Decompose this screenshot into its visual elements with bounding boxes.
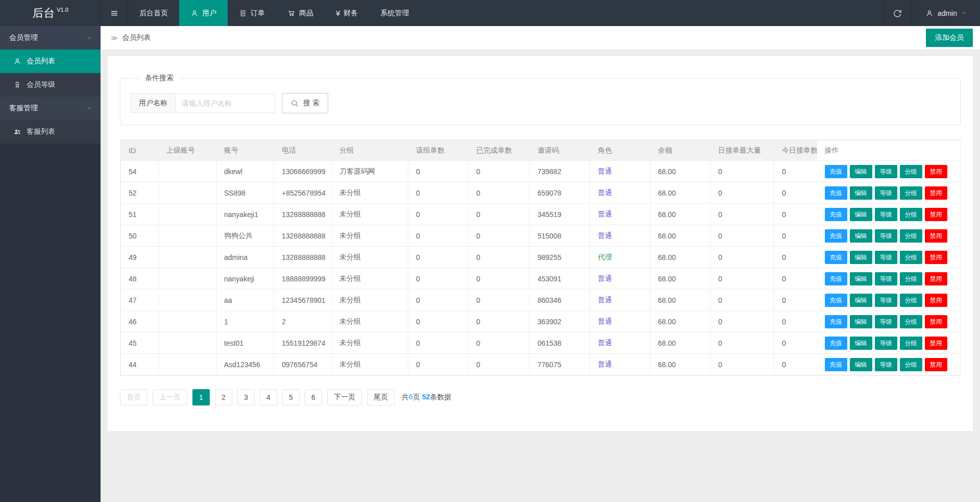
edit-button[interactable]: 编辑: [850, 251, 872, 264]
edit-button[interactable]: 编辑: [850, 337, 872, 350]
recharge-button[interactable]: 充值: [825, 186, 847, 200]
cell-account: 狗狗公共: [216, 225, 274, 247]
edit-button[interactable]: 编辑: [850, 208, 872, 221]
level-button[interactable]: 等级: [875, 272, 897, 285]
top-menu-goods[interactable]: 商品: [276, 0, 325, 26]
cell-balance: 68.00: [650, 204, 710, 225]
table-scroll-container[interactable]: ID上级账号账号电话分组该组单数已完成单数邀请码角色余额日接单最大量今日接单数量…: [120, 139, 961, 376]
sidebar-item-service-list[interactable]: 客服列表: [0, 120, 101, 144]
recharge-button[interactable]: 充值: [825, 229, 847, 243]
refresh-button[interactable]: [883, 0, 912, 26]
group-button[interactable]: 分组: [900, 208, 922, 221]
disable-button[interactable]: 禁用: [925, 251, 947, 264]
page-number-button-6[interactable]: 6: [305, 389, 322, 405]
page-number-button-2[interactable]: 2: [215, 389, 232, 405]
level-button[interactable]: 等级: [875, 294, 897, 307]
disable-button[interactable]: 禁用: [925, 315, 947, 328]
sidebar-item-member-level[interactable]: 会员等级: [0, 73, 101, 97]
cell-balance: 68.00: [650, 311, 710, 332]
edit-button[interactable]: 编辑: [850, 272, 872, 285]
level-button[interactable]: 等级: [875, 208, 897, 221]
top-menu-system[interactable]: 系统管理: [369, 0, 420, 26]
role-link[interactable]: 普通: [598, 360, 612, 368]
cell-role: 普通: [590, 225, 650, 247]
role-link[interactable]: 普通: [598, 188, 612, 197]
recharge-button[interactable]: 充值: [825, 165, 847, 178]
edit-button[interactable]: 编辑: [850, 186, 872, 200]
group-button[interactable]: 分组: [900, 294, 922, 307]
recharge-button[interactable]: 充值: [825, 272, 847, 285]
level-button[interactable]: 等级: [875, 229, 897, 243]
top-menu-orders[interactable]: 订单: [228, 0, 276, 26]
cell-role: 普通: [590, 354, 650, 375]
level-button[interactable]: 等级: [875, 315, 897, 328]
level-button[interactable]: 等级: [875, 186, 897, 200]
level-button[interactable]: 等级: [875, 358, 897, 371]
disable-button[interactable]: 禁用: [925, 272, 947, 285]
recharge-button[interactable]: 充值: [825, 208, 847, 221]
breadcrumb-icon: ≫: [111, 34, 118, 42]
disable-button[interactable]: 禁用: [925, 358, 947, 371]
user-menu[interactable]: admin: [912, 0, 980, 26]
role-link[interactable]: 普通: [598, 274, 612, 282]
disable-button[interactable]: 禁用: [925, 337, 947, 350]
edit-button[interactable]: 编辑: [850, 229, 872, 243]
sidebar-item-member-list[interactable]: 会员列表: [0, 50, 101, 73]
top-menu-users[interactable]: 用户: [179, 0, 228, 26]
role-link[interactable]: 普通: [598, 231, 612, 240]
cell-daily_max: 0: [710, 225, 774, 247]
page-number-button-3[interactable]: 3: [237, 389, 255, 405]
group-button[interactable]: 分组: [900, 251, 922, 264]
top-menu: 后台首页用户订单商品¥财务系统管理: [128, 0, 420, 26]
search-button[interactable]: 搜 索: [282, 93, 328, 113]
cell-phone: 13288888888: [274, 225, 332, 247]
role-link[interactable]: 代理: [598, 253, 612, 261]
edit-button[interactable]: 编辑: [850, 315, 872, 328]
page-next-button[interactable]: 下一页: [327, 389, 362, 405]
group-button[interactable]: 分组: [900, 337, 922, 350]
disable-button[interactable]: 禁用: [925, 165, 947, 178]
group-button[interactable]: 分组: [900, 272, 922, 285]
group-button[interactable]: 分组: [900, 186, 922, 200]
top-menu-label: 用户: [202, 9, 216, 18]
level-button[interactable]: 等级: [875, 337, 897, 350]
top-menu-finance[interactable]: ¥财务: [325, 0, 369, 26]
edit-button[interactable]: 编辑: [850, 165, 872, 178]
edit-button[interactable]: 编辑: [850, 294, 872, 307]
role-link[interactable]: 普通: [598, 210, 612, 218]
group-button[interactable]: 分组: [900, 315, 922, 328]
disable-button[interactable]: 禁用: [925, 229, 947, 243]
recharge-button[interactable]: 充值: [825, 337, 847, 350]
disable-button[interactable]: 禁用: [925, 208, 947, 221]
cell-parent_account: [159, 225, 216, 247]
role-link[interactable]: 普通: [598, 296, 612, 304]
breadcrumb-bar: ≫ 会员列表 添加会员: [101, 26, 980, 50]
username-search-input[interactable]: [176, 93, 276, 113]
add-member-button[interactable]: 添加会员: [926, 29, 973, 47]
page-number-button-5[interactable]: 5: [282, 389, 300, 405]
role-link[interactable]: 普通: [598, 339, 612, 347]
page-number-button-1[interactable]: 1: [192, 389, 210, 405]
sidebar-group-service-management[interactable]: 客服管理: [0, 97, 101, 120]
group-button[interactable]: 分组: [900, 358, 922, 371]
chevron-down-icon: [86, 35, 92, 41]
group-button[interactable]: 分组: [900, 229, 922, 243]
edit-button[interactable]: 编辑: [850, 358, 872, 371]
sidebar-group-member-management[interactable]: 会员管理: [0, 26, 101, 50]
table-row: 47aa12345678901未分组00860346普通68.0000充值编辑等…: [121, 290, 961, 311]
level-button[interactable]: 等级: [875, 165, 897, 178]
disable-button[interactable]: 禁用: [925, 294, 947, 307]
collapse-menu-button[interactable]: [101, 0, 128, 26]
top-menu-home[interactable]: 后台首页: [128, 0, 179, 26]
level-button[interactable]: 等级: [875, 251, 897, 264]
page-number-button-4[interactable]: 4: [260, 389, 277, 405]
recharge-button[interactable]: 充值: [825, 294, 847, 307]
role-link[interactable]: 普通: [598, 167, 612, 175]
recharge-button[interactable]: 充值: [825, 358, 847, 371]
recharge-button[interactable]: 充值: [825, 315, 847, 328]
recharge-button[interactable]: 充值: [825, 251, 847, 264]
page-last-button[interactable]: 尾页: [367, 389, 395, 405]
disable-button[interactable]: 禁用: [925, 186, 947, 200]
group-button[interactable]: 分组: [900, 165, 922, 178]
role-link[interactable]: 普通: [598, 317, 612, 325]
